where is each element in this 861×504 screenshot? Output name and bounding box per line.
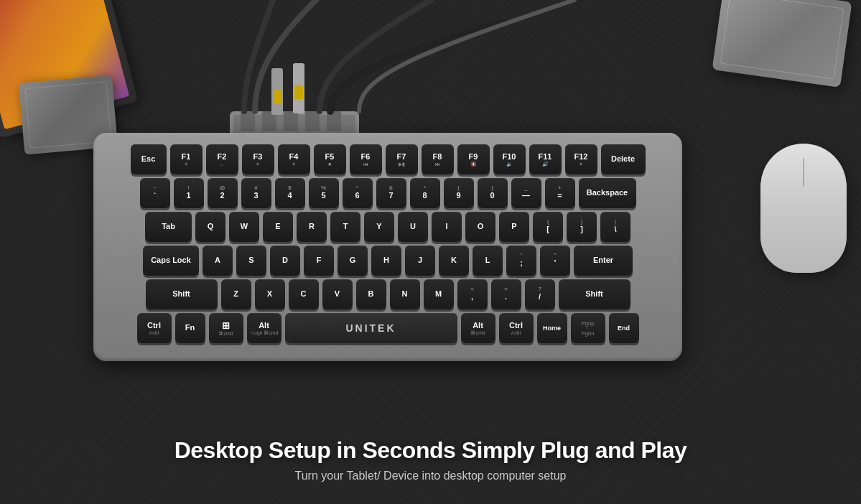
key-c[interactable]: C xyxy=(289,279,319,309)
key-f10[interactable]: F10 🔉 xyxy=(493,144,526,174)
mouse xyxy=(760,144,847,273)
keyboard: Esc F1 ☀ F2 ⌕ F3 ✶ F4 ✦ xyxy=(93,133,682,361)
key-w[interactable]: W xyxy=(229,212,259,242)
key-u[interactable]: U xyxy=(398,212,428,242)
key-d[interactable]: D xyxy=(270,246,300,276)
key-2[interactable]: @ 2 xyxy=(208,178,238,208)
headline: Desktop Setup in Seconds Simply Plug and… xyxy=(0,437,861,464)
number-row: ~ ` ! 1 @ 2 # 3 $ 4 xyxy=(108,178,668,208)
key-f8[interactable]: F8 ⏭ xyxy=(422,144,454,174)
key-home[interactable]: Home xyxy=(537,313,567,343)
key-s[interactable]: S xyxy=(236,246,266,276)
key-fn[interactable]: Fn xyxy=(175,313,205,343)
key-e[interactable]: E xyxy=(263,212,293,242)
key-minus[interactable]: _ — xyxy=(511,178,541,208)
key-x[interactable]: X xyxy=(255,279,285,309)
key-a[interactable]: A xyxy=(203,246,233,276)
key-n[interactable]: N xyxy=(390,279,420,309)
key-slash[interactable]: ? / xyxy=(525,279,555,309)
key-f2[interactable]: F2 ⌕ xyxy=(206,144,238,174)
key-win[interactable]: ⊞ ⌘cmd xyxy=(209,313,243,343)
key-lbracket[interactable]: { [ xyxy=(533,212,563,242)
key-q[interactable]: Q xyxy=(195,212,225,242)
key-0[interactable]: ) 0 xyxy=(478,178,508,208)
bottom-row: Ctrl ∧ctrl Fn ⊞ ⌘cmd Alt ⌥opt ⌘cmd UNITE… xyxy=(108,313,668,343)
key-ctrl-right[interactable]: Ctrl ∧ctrl xyxy=(499,313,534,343)
scene: Esc F1 ☀ F2 ⌕ F3 ✶ F4 ✦ xyxy=(0,0,861,504)
key-1[interactable]: ! 1 xyxy=(174,178,204,208)
key-tab[interactable]: Tab xyxy=(145,212,192,242)
key-y[interactable]: Y xyxy=(364,212,394,242)
key-backslash[interactable]: | \ xyxy=(600,212,630,242)
key-comma[interactable]: < , xyxy=(457,279,488,309)
key-z[interactable]: Z xyxy=(221,279,251,309)
key-backtick[interactable]: ~ ` xyxy=(140,178,170,208)
key-j[interactable]: J xyxy=(405,246,435,276)
key-period[interactable]: > . xyxy=(491,279,521,309)
key-b[interactable]: B xyxy=(356,279,386,309)
key-f[interactable]: F xyxy=(304,246,334,276)
fn-key-row: Esc F1 ☀ F2 ⌕ F3 ✶ F4 ✦ xyxy=(108,144,668,174)
key-l[interactable]: L xyxy=(473,246,503,276)
key-rbracket[interactable]: } ] xyxy=(567,212,597,242)
key-f5[interactable]: F5 ■ xyxy=(314,144,346,174)
key-k[interactable]: K xyxy=(439,246,469,276)
key-9[interactable]: ( 9 xyxy=(444,178,474,208)
key-shift-left[interactable]: Shift xyxy=(146,279,218,309)
subline: Turn your Tablet/ Device into desktop co… xyxy=(0,470,861,482)
brand-label: UNITEK xyxy=(345,322,396,335)
key-f11[interactable]: F11 🔊 xyxy=(529,144,562,174)
key-ctrl-left[interactable]: Ctrl ∧ctrl xyxy=(137,313,172,343)
key-h[interactable]: H xyxy=(371,246,401,276)
key-r[interactable]: R xyxy=(297,212,327,242)
key-f4[interactable]: F4 ✦ xyxy=(278,144,310,174)
key-semicolon[interactable]: " ; xyxy=(506,246,536,276)
key-f3[interactable]: F3 ✶ xyxy=(242,144,274,174)
key-7[interactable]: & 7 xyxy=(376,178,406,208)
key-alt-right[interactable]: Alt ⌘cmd xyxy=(461,313,495,343)
key-p[interactable]: P xyxy=(499,212,529,242)
key-quote[interactable]: " ' xyxy=(540,246,570,276)
key-esc[interactable]: Esc xyxy=(131,144,167,174)
key-5[interactable]: % 5 xyxy=(309,178,339,208)
key-f1[interactable]: F1 ☀ xyxy=(170,144,203,174)
key-enter[interactable]: Enter xyxy=(574,246,633,276)
key-8[interactable]: * 8 xyxy=(410,178,440,208)
key-4[interactable]: $ 4 xyxy=(275,178,305,208)
key-alt-left[interactable]: Alt ⌥opt ⌘cmd xyxy=(247,313,281,343)
key-capslock[interactable]: Caps Lock xyxy=(143,246,199,276)
keyboard-wrapper: Esc F1 ☀ F2 ⌕ F3 ✶ F4 ✦ xyxy=(93,133,682,361)
key-delete[interactable]: Delete xyxy=(601,144,646,174)
key-f7[interactable]: F7 ▶▮ xyxy=(386,144,418,174)
key-o[interactable]: O xyxy=(465,212,495,242)
key-6[interactable]: ^ 6 xyxy=(343,178,373,208)
key-i[interactable]: I xyxy=(432,212,462,242)
key-f6[interactable]: F6 ⏮ xyxy=(350,144,382,174)
key-pgupdn[interactable]: PgUp ↑ PgDn xyxy=(571,313,605,343)
bottom-text-section: Desktop Setup in Seconds Simply Plug and… xyxy=(0,437,861,482)
key-spacebar[interactable]: UNITEK xyxy=(285,313,457,343)
key-equals[interactable]: + = xyxy=(545,178,575,208)
zxcv-row: Shift Z X C V B N M < , > . ? xyxy=(108,279,668,309)
key-f12[interactable]: F12 ✦ xyxy=(565,144,597,174)
key-g[interactable]: G xyxy=(338,246,368,276)
qwerty-row: Tab Q W E R T Y U I O P { [ } ] xyxy=(108,212,668,242)
asdf-row: Caps Lock A S D F G H J K L " ; " ' xyxy=(108,246,668,276)
key-f9[interactable]: F9 🔇 xyxy=(457,144,490,174)
key-end[interactable]: End xyxy=(609,313,639,343)
key-m[interactable]: M xyxy=(424,279,454,309)
key-v[interactable]: V xyxy=(322,279,353,309)
key-t[interactable]: T xyxy=(330,212,360,242)
key-shift-right[interactable]: Shift xyxy=(559,279,630,309)
key-3[interactable]: # 3 xyxy=(241,178,271,208)
key-backspace[interactable]: Backspace xyxy=(579,178,636,208)
